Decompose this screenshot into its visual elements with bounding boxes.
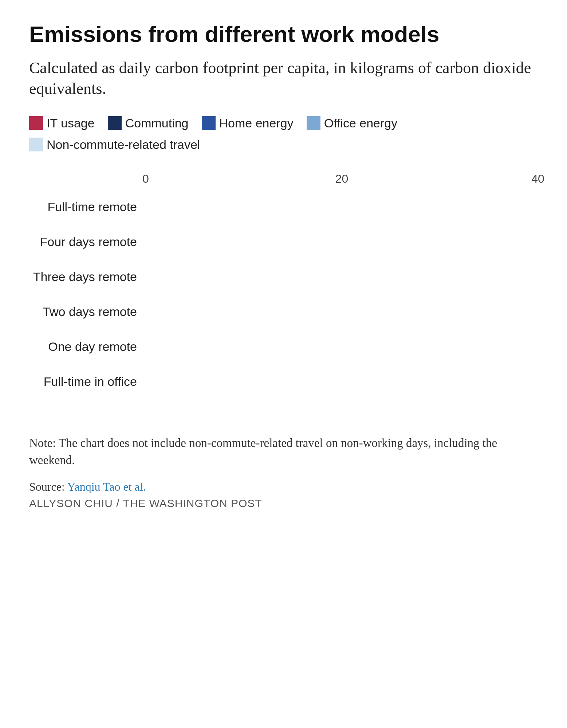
bar-track-1: [146, 227, 538, 257]
legend-item-office-energy: Office energy: [307, 114, 398, 132]
bar-row-1: Four days remote: [29, 226, 538, 258]
bar-track-0: [146, 192, 538, 222]
byline-text: ALLYSON CHIU / THE WASHINGTON POST: [29, 497, 538, 510]
legend-swatch-home-energy: [202, 116, 216, 130]
source-link[interactable]: Yanqiu Tao et al.: [67, 480, 146, 493]
legend: IT usageCommutingHome energyOffice energ…: [29, 114, 538, 154]
bar-track-2: [146, 262, 538, 292]
bar-row-0: Full-time remote: [29, 191, 538, 223]
legend-swatch-commuting: [108, 116, 122, 130]
bar-label-5: Full-time in office: [29, 375, 146, 389]
legend-swatch-office-energy: [307, 116, 320, 130]
bar-rows: Full-time remoteFour days remoteThree da…: [29, 191, 538, 398]
legend-label-commuting: Commuting: [125, 114, 189, 132]
legend-label-non-commute-travel: Non-commute-related travel: [47, 135, 200, 154]
legend-swatch-non-commute-travel: [29, 138, 43, 151]
chart-subtitle: Calculated as daily carbon footprint per…: [29, 58, 538, 99]
bar-row-5: Full-time in office: [29, 366, 538, 398]
legend-label-it-usage: IT usage: [47, 114, 95, 132]
legend-item-non-commute-travel: Non-commute-related travel: [29, 135, 200, 154]
source-text: Source: Yanqiu Tao et al.: [29, 480, 538, 494]
bar-row-4: One day remote: [29, 331, 538, 363]
divider: [29, 420, 538, 420]
chart-area: Full-time remoteFour days remoteThree da…: [29, 191, 538, 398]
chart-title: Emissions from different work models: [29, 22, 538, 47]
legend-swatch-it-usage: [29, 116, 43, 130]
legend-label-home-energy: Home energy: [219, 114, 294, 132]
legend-item-commuting: Commuting: [108, 114, 189, 132]
bar-track-3: [146, 297, 538, 327]
bar-label-4: One day remote: [29, 340, 146, 354]
legend-item-it-usage: IT usage: [29, 114, 95, 132]
tick-label-40: 40: [531, 172, 544, 186]
grid-line-40: [538, 191, 538, 398]
axis-tick-labels: 02040: [146, 172, 538, 187]
bar-track-5: [146, 367, 538, 397]
bar-label-2: Three days remote: [29, 270, 146, 284]
chart-container: 02040 Full-time remoteFour days remoteTh…: [29, 172, 538, 398]
bar-label-1: Four days remote: [29, 235, 146, 249]
bar-row-3: Two days remote: [29, 296, 538, 328]
tick-label-0: 0: [142, 172, 149, 186]
legend-item-home-energy: Home energy: [202, 114, 294, 132]
note-text: Note: The chart does not include non-com…: [29, 435, 538, 470]
bar-track-4: [146, 332, 538, 362]
bar-label-0: Full-time remote: [29, 200, 146, 214]
bar-row-2: Three days remote: [29, 261, 538, 293]
bar-label-3: Two days remote: [29, 305, 146, 319]
legend-label-office-energy: Office energy: [324, 114, 398, 132]
tick-label-20: 20: [335, 172, 349, 186]
